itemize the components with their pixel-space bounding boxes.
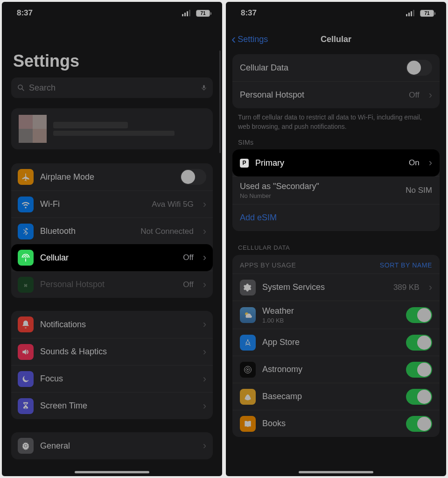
airplane-icon	[18, 169, 34, 185]
chevron-right-icon: ›	[203, 252, 206, 264]
airplane-toggle[interactable]	[180, 169, 206, 185]
avatar	[19, 115, 47, 143]
profile-text-redacted	[53, 120, 175, 138]
general-group: General ›	[11, 432, 213, 459]
connectivity-group: Airplane Mode Wi-Fi Ava Wifi 5G › Blueto…	[11, 163, 213, 298]
sounds-row[interactable]: Sounds & Haptics ›	[11, 338, 213, 365]
primary-sim-row[interactable]: P Primary On ›	[232, 149, 440, 176]
svg-line-1	[22, 89, 24, 91]
status-bar: 8:37 71	[226, 2, 446, 24]
cellular-signal-icon	[406, 10, 414, 16]
weather-toggle[interactable]	[406, 307, 432, 323]
notifications-row[interactable]: Notifications ›	[11, 311, 213, 338]
weather-row[interactable]: Weather 1.00 KB	[232, 301, 440, 329]
svg-point-0	[18, 85, 22, 89]
search-input[interactable]: Search	[11, 77, 213, 98]
cellular-data-header: CELLULAR DATA	[226, 231, 446, 254]
chevron-right-icon: ›	[203, 346, 206, 358]
settings-screen: 8:37 71 Settings Search Airplane Mode Wi…	[2, 2, 222, 476]
chevron-right-icon: ›	[203, 440, 206, 452]
chevron-right-icon: ›	[429, 89, 432, 101]
screentime-row[interactable]: Screen Time ›	[11, 392, 213, 419]
chevron-right-icon: ›	[203, 318, 206, 330]
svg-rect-2	[203, 85, 205, 88]
appstore-icon	[240, 335, 256, 351]
astronomy-row[interactable]: Astronomy	[232, 356, 440, 383]
apps-usage-header: APPS BY USAGE SORT BY NAME	[232, 255, 440, 274]
home-indicator[interactable]	[299, 471, 373, 473]
svg-point-9	[247, 369, 249, 370]
books-row[interactable]: Books	[232, 410, 440, 437]
personal-hotspot-row[interactable]: Personal Hotspot Off ›	[232, 81, 440, 108]
chevron-right-icon: ›	[203, 225, 206, 238]
basecamp-row[interactable]: Basecamp	[232, 383, 440, 410]
appstore-toggle[interactable]	[406, 335, 432, 351]
home-indicator[interactable]	[75, 471, 149, 473]
cellular-top-group: Cellular Data Personal Hotspot Off ›	[232, 54, 440, 108]
mic-icon[interactable]	[201, 83, 207, 92]
wifi-row[interactable]: Wi-Fi Ava Wifi 5G ›	[11, 190, 213, 218]
sim-badge-icon: P	[240, 159, 249, 168]
apps-group: APPS BY USAGE SORT BY NAME System Servic…	[232, 255, 440, 437]
gear-icon	[18, 438, 34, 454]
back-button[interactable]: ‹ Settings	[231, 33, 268, 46]
airplane-mode-row[interactable]: Airplane Mode	[11, 163, 213, 190]
nav-title: Cellular	[321, 35, 351, 44]
personal-hotspot-row[interactable]: Personal Hotspot Off ›	[11, 271, 213, 298]
chevron-right-icon: ›	[203, 373, 206, 385]
chevron-right-icon: ›	[429, 157, 432, 169]
cellular-row[interactable]: Cellular Off ›	[11, 244, 213, 271]
cellular-data-row[interactable]: Cellular Data	[232, 54, 440, 81]
chevron-right-icon: ›	[203, 279, 206, 291]
alerts-group: Notifications › Sounds & Haptics › Focus…	[11, 311, 213, 419]
gear-icon	[240, 280, 256, 295]
appstore-row[interactable]: App Store	[232, 329, 440, 356]
system-services-row[interactable]: System Services 389 KB ›	[232, 274, 440, 301]
chevron-right-icon: ›	[203, 400, 206, 412]
cellular-icon	[18, 250, 34, 266]
cellular-signal-icon	[182, 10, 190, 16]
add-esim-row[interactable]: Add eSIM	[232, 204, 440, 231]
bluetooth-icon	[18, 224, 34, 239]
search-icon	[17, 84, 25, 92]
books-toggle[interactable]	[406, 416, 432, 432]
astronomy-icon	[240, 362, 256, 378]
search-placeholder: Search	[29, 83, 56, 93]
chevron-left-icon: ‹	[231, 33, 236, 46]
svg-point-4	[25, 445, 27, 447]
hotspot-icon	[18, 277, 34, 293]
secondary-sim-row[interactable]: Used as "Secondary" No Number No SIM	[232, 176, 440, 204]
battery-icon: 71	[420, 10, 434, 17]
general-row[interactable]: General ›	[11, 432, 213, 459]
sims-header: SIMs	[226, 133, 446, 149]
bell-icon	[18, 316, 34, 332]
sims-group: P Primary On › Used as "Secondary" No Nu…	[232, 149, 440, 231]
status-time: 8:37	[17, 8, 33, 18]
nav-header: ‹ Settings Cellular	[226, 29, 446, 49]
battery-icon: 71	[196, 10, 210, 17]
apple-id-row[interactable]	[11, 108, 213, 149]
page-title: Settings	[2, 24, 222, 77]
basecamp-icon	[240, 389, 256, 405]
basecamp-toggle[interactable]	[406, 389, 432, 405]
hourglass-icon	[18, 398, 34, 414]
scroll-indicator[interactable]	[219, 50, 221, 153]
bluetooth-row[interactable]: Bluetooth Not Connected ›	[11, 218, 213, 245]
wifi-row-icon	[18, 197, 34, 212]
speaker-icon	[18, 344, 34, 360]
weather-icon	[240, 307, 256, 323]
chevron-right-icon: ›	[429, 281, 432, 294]
sort-by-name-button[interactable]: SORT BY NAME	[380, 261, 432, 269]
focus-row[interactable]: Focus ›	[11, 365, 213, 392]
cellular-note: Turn off cellular data to restrict all d…	[226, 108, 446, 133]
chevron-right-icon: ›	[203, 198, 206, 211]
cellular-data-toggle[interactable]	[406, 60, 432, 76]
status-bar: 8:37 71	[2, 2, 222, 24]
moon-icon	[18, 371, 34, 387]
books-icon	[240, 416, 256, 432]
astronomy-toggle[interactable]	[406, 362, 432, 378]
cellular-screen: 8:37 71 ‹ Settings Cellular Cellular Dat…	[226, 2, 446, 476]
status-time: 8:37	[241, 8, 257, 18]
